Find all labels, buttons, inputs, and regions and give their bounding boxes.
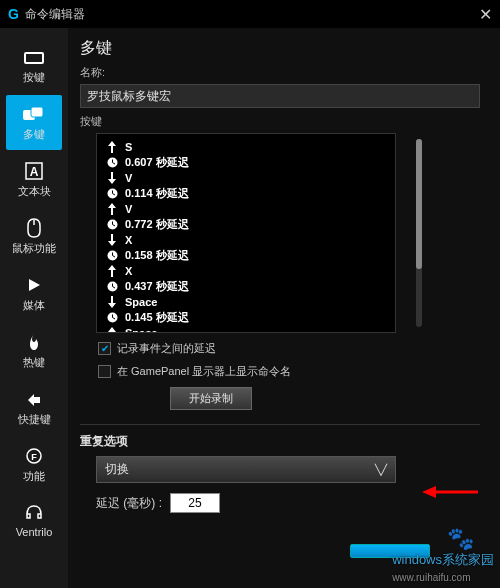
close-icon[interactable]: ✕: [479, 5, 492, 24]
mouse-icon: [22, 217, 46, 239]
sidebar-item-media[interactable]: 媒体: [0, 266, 68, 321]
delay-label: 延迟 (毫秒) :: [96, 495, 162, 512]
sidebar-item-label: 鼠标功能: [12, 241, 56, 256]
up-icon: [105, 265, 119, 277]
sidebar-item-mouse[interactable]: 鼠标功能: [0, 209, 68, 264]
svg-rect-3: [31, 107, 43, 117]
content-panel: 多键 名称: 按键 S0.607 秒延迟V0.114 秒延迟V0.772 秒延迟…: [68, 28, 500, 588]
checkbox-icon: [98, 365, 111, 378]
key-event-text: Space: [125, 296, 157, 308]
key-event-text: 0.145 秒延迟: [125, 310, 189, 325]
sidebar-item-label: 功能: [23, 469, 45, 484]
start-record-button[interactable]: 开始录制: [170, 387, 252, 410]
key-event-text: S: [125, 141, 132, 153]
key-event-text: X: [125, 234, 132, 246]
down-icon: [105, 234, 119, 246]
key-event-row[interactable]: Space: [101, 326, 391, 333]
key-event-text: V: [125, 172, 132, 184]
key-event-text: 0.114 秒延迟: [125, 186, 189, 201]
sidebar-item-label: 按键: [23, 70, 45, 85]
sidebar-item-label: 热键: [23, 355, 45, 370]
gamepanel-checkbox[interactable]: 在 GamePanel 显示器上显示命令名: [98, 364, 480, 379]
svg-text:A: A: [30, 165, 39, 179]
key-event-list[interactable]: S0.607 秒延迟V0.114 秒延迟V0.772 秒延迟X0.158 秒延迟…: [96, 133, 396, 333]
sidebar-item-label: 多键: [23, 127, 45, 142]
clock-icon: [105, 219, 119, 230]
annotation-arrow-icon: [422, 483, 478, 501]
key-event-text: 0.772 秒延迟: [125, 217, 189, 232]
headset-icon: [22, 502, 46, 524]
key-event-row[interactable]: 0.772 秒延迟: [101, 216, 391, 233]
key-event-text: 0.607 秒延迟: [125, 155, 189, 170]
play-icon: [22, 274, 46, 296]
sidebar-item-label: 媒体: [23, 298, 45, 313]
text-icon: A: [22, 160, 46, 182]
sidebar-item-hotkey[interactable]: 热键: [0, 323, 68, 378]
window-title: 命令编辑器: [25, 6, 85, 23]
key-event-row[interactable]: X: [101, 233, 391, 247]
key-event-row[interactable]: V: [101, 202, 391, 216]
key-event-row[interactable]: X: [101, 264, 391, 278]
sidebar-item-textblock[interactable]: A 文本块: [0, 152, 68, 207]
key-event-text: 0.158 秒延迟: [125, 248, 189, 263]
key-event-text: X: [125, 265, 132, 277]
key-event-row[interactable]: Space: [101, 295, 391, 309]
shortcut-icon: [22, 388, 46, 410]
record-delay-label: 记录事件之间的延迟: [117, 341, 216, 356]
sidebar: 按键 多键 A 文本块 鼠标功能 媒体 热键 快捷键 F 功能: [0, 28, 68, 588]
sidebar-item-shortcut[interactable]: 快捷键: [0, 380, 68, 435]
watermark: windows系统家园 www.ruihaifu.com: [392, 551, 494, 584]
repeat-section-title: 重复选项: [80, 433, 480, 450]
up-icon: [105, 327, 119, 333]
key-event-text: Space: [125, 327, 157, 333]
name-label: 名称:: [80, 65, 480, 80]
clock-icon: [105, 250, 119, 261]
sidebar-item-label: 文本块: [18, 184, 51, 199]
checkbox-checked-icon: ✔: [98, 342, 111, 355]
key-event-text: 0.437 秒延迟: [125, 279, 189, 294]
key-event-row[interactable]: 0.145 秒延迟: [101, 309, 391, 326]
key-event-row[interactable]: 0.437 秒延迟: [101, 278, 391, 295]
repeat-mode-dropdown[interactable]: 切换 ╲╱: [96, 456, 396, 483]
clock-icon: [105, 157, 119, 168]
keyboard-icon: [22, 46, 46, 68]
up-icon: [105, 141, 119, 153]
sidebar-item-label: 快捷键: [18, 412, 51, 427]
sidebar-item-multikey[interactable]: 多键: [6, 95, 62, 150]
chevron-down-icon: ╲╱: [375, 464, 387, 475]
record-delay-checkbox[interactable]: ✔ 记录事件之间的延迟: [98, 341, 480, 356]
clock-icon: [105, 312, 119, 323]
sidebar-item-keystroke[interactable]: 按键: [0, 38, 68, 93]
key-event-row[interactable]: V: [101, 171, 391, 185]
macro-name-input[interactable]: [80, 84, 480, 108]
sidebar-item-function[interactable]: F 功能: [0, 437, 68, 492]
clock-icon: [105, 188, 119, 199]
panel-title: 多键: [80, 38, 480, 59]
key-event-row[interactable]: 0.607 秒延迟: [101, 154, 391, 171]
svg-rect-1: [26, 54, 42, 62]
dropdown-value: 切换: [105, 461, 129, 478]
key-event-text: V: [125, 203, 132, 215]
scrollbar[interactable]: [416, 139, 422, 327]
down-icon: [105, 172, 119, 184]
up-icon: [105, 203, 119, 215]
multikey-icon: [22, 103, 46, 125]
sidebar-item-label: Ventrilo: [16, 526, 53, 538]
titlebar: G 命令编辑器 ✕: [0, 0, 500, 28]
gear-icon: F: [22, 445, 46, 467]
delay-ms-input[interactable]: [170, 493, 220, 513]
down-icon: [105, 296, 119, 308]
logitech-logo: G: [8, 6, 19, 22]
pawprint-icon: 🐾: [447, 526, 474, 552]
svg-text:F: F: [31, 452, 37, 462]
key-event-row[interactable]: S: [101, 140, 391, 154]
key-event-row[interactable]: 0.158 秒延迟: [101, 247, 391, 264]
key-event-row[interactable]: 0.114 秒延迟: [101, 185, 391, 202]
keys-label: 按键: [80, 114, 480, 129]
clock-icon: [105, 281, 119, 292]
sidebar-item-ventrilo[interactable]: Ventrilo: [0, 494, 68, 546]
divider: [80, 424, 480, 425]
flame-icon: [22, 331, 46, 353]
gamepanel-label: 在 GamePanel 显示器上显示命令名: [117, 364, 291, 379]
